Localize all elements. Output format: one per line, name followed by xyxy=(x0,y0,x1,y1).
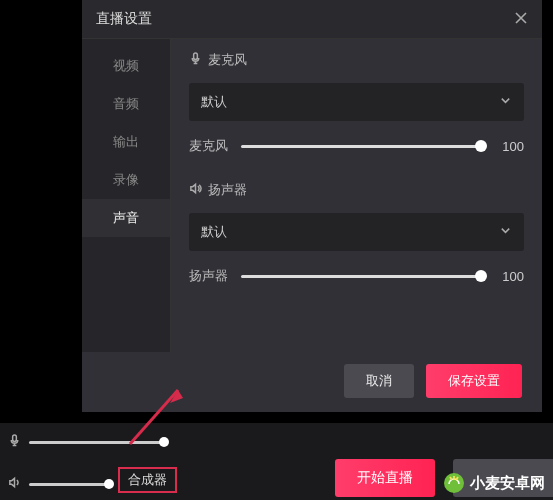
bottom-mic-slider[interactable] xyxy=(8,433,168,451)
mic-slider-row: 麦克风 100 xyxy=(189,137,524,155)
mic-device-select[interactable]: 默认 xyxy=(189,83,524,121)
mic-slider-label: 麦克风 xyxy=(189,137,231,155)
bottom-bar: 合成器 开始直播 xyxy=(0,423,553,500)
microphone-icon xyxy=(8,433,21,451)
speaker-volume-slider[interactable] xyxy=(241,275,486,278)
mic-volume-slider[interactable] xyxy=(241,145,486,148)
tab-record[interactable]: 录像 xyxy=(82,161,170,199)
speaker-slider-row: 扬声器 100 xyxy=(189,267,524,285)
settings-modal: 直播设置 视频 音频 输出 录像 声音 麦克风 默认 xyxy=(82,0,542,412)
chevron-down-icon xyxy=(499,94,512,110)
settings-tabs: 视频 音频 输出 录像 声音 xyxy=(82,39,170,352)
bottom-right-button[interactable] xyxy=(453,459,553,497)
speaker-select-value: 默认 xyxy=(201,223,227,241)
modal-header: 直播设置 xyxy=(82,0,542,38)
close-icon[interactable] xyxy=(514,11,528,28)
speaker-icon xyxy=(189,182,202,198)
bottom-speaker-thumb[interactable] xyxy=(104,479,114,489)
save-button[interactable]: 保存设置 xyxy=(426,364,522,398)
chevron-down-icon xyxy=(499,224,512,240)
speaker-slider-value: 100 xyxy=(496,269,524,284)
mic-section-label: 麦克风 xyxy=(189,51,524,69)
mixer-button[interactable]: 合成器 xyxy=(118,467,177,493)
speaker-section-label: 扬声器 xyxy=(189,181,524,199)
tab-output[interactable]: 输出 xyxy=(82,123,170,161)
tab-video[interactable]: 视频 xyxy=(82,47,170,85)
speaker-slider-thumb[interactable] xyxy=(475,270,487,282)
mic-slider-value: 100 xyxy=(496,139,524,154)
microphone-icon xyxy=(189,52,202,68)
mic-slider-thumb[interactable] xyxy=(475,140,487,152)
bottom-mic-thumb[interactable] xyxy=(159,437,169,447)
tab-audio[interactable]: 音频 xyxy=(82,85,170,123)
mic-section-text: 麦克风 xyxy=(208,51,247,69)
tab-sound[interactable]: 声音 xyxy=(82,199,170,237)
bottom-mic-track[interactable] xyxy=(29,441,168,444)
mic-select-value: 默认 xyxy=(201,93,227,111)
modal-title: 直播设置 xyxy=(96,10,152,28)
speaker-icon xyxy=(8,475,21,493)
speaker-section-text: 扬声器 xyxy=(208,181,247,199)
speaker-slider-label: 扬声器 xyxy=(189,267,231,285)
bottom-speaker-slider[interactable] xyxy=(8,475,113,493)
bottom-speaker-track[interactable] xyxy=(29,483,113,486)
start-stream-button[interactable]: 开始直播 xyxy=(335,459,435,497)
modal-footer: 取消 保存设置 xyxy=(82,352,542,412)
speaker-device-select[interactable]: 默认 xyxy=(189,213,524,251)
modal-body: 视频 音频 输出 录像 声音 麦克风 默认 麦克风 xyxy=(82,38,542,352)
cancel-button[interactable]: 取消 xyxy=(344,364,414,398)
sound-panel: 麦克风 默认 麦克风 100 扬声器 xyxy=(170,39,542,352)
